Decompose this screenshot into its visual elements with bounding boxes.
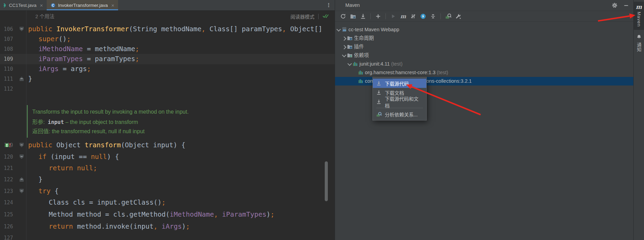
code-text[interactable]: } xyxy=(38,174,43,185)
tree-item-label: 生命周期 xyxy=(354,34,374,43)
tab-label: CC1Test.java xyxy=(9,3,36,8)
reader-mode-widget[interactable]: 阅读器模式 xyxy=(290,12,330,21)
divider xyxy=(318,14,319,19)
generate-sources-icon[interactable] xyxy=(349,12,357,20)
code-text[interactable]: Class cls = input.getClass(); xyxy=(49,197,165,208)
execute-goal-icon[interactable]: m xyxy=(399,12,407,20)
dependency-analyzer-icon[interactable] xyxy=(444,12,452,20)
code-text[interactable]: try { xyxy=(38,186,59,196)
expand-collapse-icon[interactable] xyxy=(429,12,437,20)
line-number: 108 xyxy=(0,44,13,54)
code-text[interactable]: return null; xyxy=(49,163,97,173)
code-line-119: 119public Object transform(Object input)… xyxy=(0,140,335,150)
line-number: 112 xyxy=(0,84,13,94)
chevron-down-icon[interactable] xyxy=(347,61,352,66)
editor-tab-cc1test-java[interactable]: CC1Test.java× xyxy=(0,0,47,10)
line-number: 123 xyxy=(0,186,13,196)
maven-toolbar: m xyxy=(335,11,633,22)
svg-text:m: m xyxy=(343,28,346,32)
chevron-right-icon[interactable] xyxy=(342,45,346,49)
inspections-ok-check-icon[interactable] xyxy=(322,13,330,20)
analyze-dependencies-icon xyxy=(376,112,382,117)
fold-marker-icon[interactable] xyxy=(20,143,24,147)
tree-item-插件[interactable]: 插件 xyxy=(335,43,633,51)
stripe-tab-notifications[interactable]: 通知 xyxy=(634,34,644,52)
menu-item-label: 分析依赖关系... xyxy=(385,111,418,118)
code-text[interactable]: iParamTypes = paramTypes; xyxy=(38,54,139,64)
download-icon xyxy=(376,90,382,95)
skip-tests-icon[interactable] xyxy=(409,12,417,20)
code-text[interactable]: iMethodName = methodName; xyxy=(38,44,139,54)
close-icon[interactable]: × xyxy=(111,3,114,8)
gear-icon[interactable] xyxy=(612,2,618,8)
override-method-icon[interactable] xyxy=(4,142,11,148)
toolbar-separator xyxy=(386,13,386,19)
fold-marker-icon[interactable] xyxy=(20,155,24,159)
tree-item-label: junit:junit:4.11 (test) xyxy=(359,60,402,68)
menu-item-item[interactable]: 下载源代码和文档 xyxy=(373,97,426,106)
bell-icon xyxy=(636,34,642,41)
chevron-right-icon[interactable] xyxy=(342,36,346,41)
rendered-javadoc: Transforms the input to result by invoki… xyxy=(27,104,325,138)
tree-item-junit[interactable]: junit:junit:4.11 (test) xyxy=(335,60,633,68)
code-text[interactable]: if (input == null) { xyxy=(38,152,119,162)
tree-item-scope: (test) xyxy=(436,70,448,75)
code-text[interactable]: public InvokerTransformer(String methodN… xyxy=(28,24,322,34)
menu-item-download-sources[interactable]: 下载源代码 xyxy=(373,79,426,88)
tree-item-org.hamcrest[interactable]: org.hamcrest:hamcrest-core:1.3 (test) xyxy=(335,68,633,77)
javadoc-summary: Transforms the input to result by invoki… xyxy=(32,108,189,116)
menu-item-item[interactable]: 分析依赖关系... xyxy=(373,110,426,119)
code-text[interactable]: return method.invoke(input, iArgs); xyxy=(49,221,190,232)
fold-marker-icon[interactable] xyxy=(20,189,24,193)
class-c-icon xyxy=(50,3,56,8)
tree-item-scope: (test) xyxy=(390,61,402,67)
code-line-106: 106public InvokerTransformer(String meth… xyxy=(0,24,335,34)
download-sources-icon[interactable] xyxy=(359,12,367,20)
close-icon[interactable]: × xyxy=(40,3,43,8)
tab-options-kebab-icon[interactable]: ⋮ xyxy=(326,2,331,8)
ide-window: { "editor": { "tabs": [ {"title": "CC1Te… xyxy=(0,0,644,240)
fold-marker-icon[interactable] xyxy=(20,77,24,81)
code-editor[interactable]: 2 个用法 阅读器模式 106public InvokerTransformer… xyxy=(0,11,335,240)
editor-tab-invokertransformer-java[interactable]: InvokerTransformer.java× xyxy=(47,0,118,10)
toolbar-separator xyxy=(440,13,441,19)
code-text[interactable]: public Object transform(Object input) { xyxy=(28,140,185,150)
refresh-icon[interactable] xyxy=(339,12,347,20)
tool-window-stripe: m Maven 通知 xyxy=(633,0,644,240)
chevron-down-icon[interactable] xyxy=(336,27,341,32)
code-text[interactable]: Method method = cls.getMethod(iMethodNam… xyxy=(49,209,274,220)
stripe-tab-maven[interactable]: m Maven xyxy=(634,2,644,30)
add-maven-project-icon[interactable] xyxy=(374,12,382,20)
editor-tab-bar: CC1Test.java×InvokerTransformer.java× xyxy=(0,0,335,11)
code-text[interactable]: } xyxy=(28,74,32,84)
maven-settings-icon[interactable] xyxy=(454,12,462,20)
tree-item-cc-test Maven Webapp[interactable]: mcc-test Maven Webapp xyxy=(335,25,633,34)
line-number: 125 xyxy=(0,209,13,220)
context-menu: 下载源代码下载文档下载源代码和文档分析依赖关系... xyxy=(372,77,427,121)
fold-marker-icon[interactable] xyxy=(20,27,24,31)
line-number: 110 xyxy=(0,64,13,74)
stripe-maven-label: Maven xyxy=(637,12,641,27)
editor-scrollbar[interactable] xyxy=(325,161,328,201)
download-icon xyxy=(376,99,382,105)
code-text[interactable]: iArgs = args; xyxy=(38,64,91,74)
library-icon xyxy=(358,78,364,84)
usages-hint[interactable]: 2 个用法 xyxy=(35,13,55,20)
fold-marker-icon[interactable] xyxy=(20,177,24,182)
tree-item-依赖项[interactable]: 依赖项 xyxy=(335,51,633,60)
tree-item-生命周期[interactable]: 生命周期 xyxy=(335,34,633,43)
download-icon xyxy=(376,81,382,86)
chevron-down-icon[interactable] xyxy=(342,53,346,57)
javadoc-returns: 返回值: the transformed result, null if nul… xyxy=(32,127,145,136)
folder-plugins-icon xyxy=(347,44,353,49)
offline-mode-icon[interactable] xyxy=(419,12,427,20)
code-line-107: 107super(); xyxy=(0,34,335,44)
maven-logo-icon: m xyxy=(636,4,642,10)
javadoc-param-name: input xyxy=(48,119,64,125)
code-text[interactable]: super(); xyxy=(38,34,71,44)
tree-item-label: cc-test Maven Webapp xyxy=(348,25,399,34)
run-icon[interactable] xyxy=(389,12,397,20)
javadoc-params: 形参: input – the input object to transfor… xyxy=(32,118,138,126)
minimize-icon[interactable] xyxy=(623,3,629,8)
folder-dependencies-icon xyxy=(347,53,353,58)
